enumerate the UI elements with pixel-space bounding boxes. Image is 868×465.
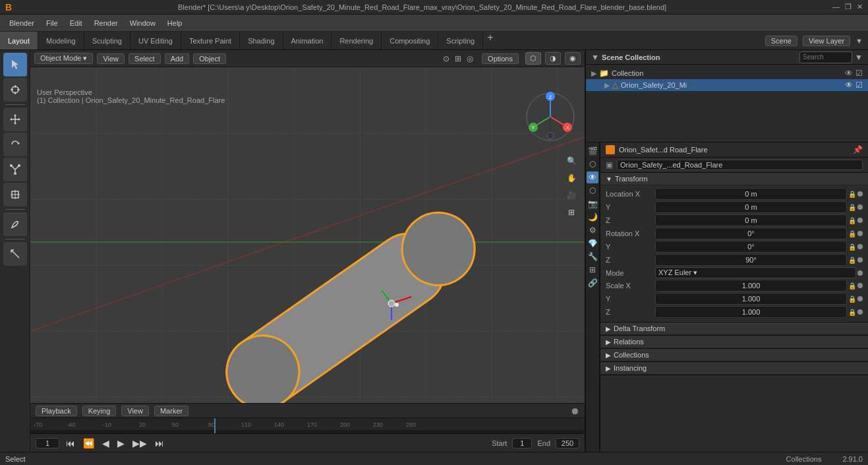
scale-x-lock[interactable]: 🔒	[848, 282, 856, 290]
location-x-lock[interactable]: 🔒	[848, 191, 856, 198]
rotation-z-lock[interactable]: 🔒	[848, 257, 856, 264]
playback-menu[interactable]: Playback	[36, 406, 77, 416]
scene-selector[interactable]: Scene	[765, 36, 797, 46]
tab-add[interactable]: +	[483, 32, 497, 49]
scale-y-lock[interactable]: 🔒	[848, 295, 856, 303]
tool-transform[interactable]	[3, 183, 27, 206]
filter-icon[interactable]: ▼	[591, 53, 599, 62]
minimize-button[interactable]: —	[832, 3, 840, 11]
prop-icon-world[interactable]: 🌙	[587, 211, 598, 223]
tool-select[interactable]	[3, 53, 27, 77]
shading-material[interactable]: ◑	[545, 52, 561, 65]
navigation-gizmo[interactable]: Z X Y	[524, 90, 577, 144]
tool-cursor[interactable]	[3, 78, 27, 102]
viewport-3d[interactable]: User Perspective (1) Collection | Orion_…	[30, 67, 585, 403]
add-menu[interactable]: Add	[165, 53, 190, 64]
scale-z-value[interactable]: 1.000	[655, 306, 847, 318]
delta-transform-header[interactable]: ▶ Delta Transform	[600, 323, 868, 335]
location-x-value[interactable]: 0 m	[655, 188, 847, 200]
select-menu[interactable]: Select	[129, 53, 161, 64]
prop-icon-particles[interactable]: ⊞	[587, 264, 598, 276]
close-button[interactable]: ✕	[857, 3, 863, 11]
orthographic-icon[interactable]: ⊞	[564, 204, 579, 220]
prop-icon-obj[interactable]: ⚙	[587, 224, 598, 236]
location-z-value[interactable]: 0 m	[655, 214, 847, 226]
instancing-header[interactable]: ▶ Instancing	[600, 362, 868, 375]
maximize-button[interactable]: ❐	[845, 3, 852, 11]
prop-icon-scene2[interactable]: 📷	[587, 198, 598, 210]
location-y-lock[interactable]: 🔒	[848, 204, 856, 211]
jump-start-button[interactable]: ⏮	[65, 438, 76, 449]
tool-scale[interactable]	[3, 158, 27, 181]
scene-collection-item[interactable]: ▶ 📁 Collection 👁 ☑	[586, 67, 868, 79]
menu-item-blender[interactable]: Blender	[4, 18, 40, 28]
view-menu[interactable]: View	[97, 53, 125, 64]
marker-menu[interactable]: Marker	[154, 406, 188, 416]
proportional-icon[interactable]: ◎	[465, 54, 475, 63]
tab-shading[interactable]: Shading	[240, 32, 283, 49]
shading-rendered[interactable]: ◉	[565, 52, 581, 65]
timeline-body[interactable]: -70 -40 -10 20 50 80 110 140 170 200 230…	[30, 418, 585, 433]
scale-z-lock[interactable]: 🔒	[848, 309, 856, 316]
prop-icon-scene[interactable]: 🎬	[587, 145, 598, 157]
menu-item-render[interactable]: Render	[89, 18, 123, 28]
pan-icon[interactable]: ✋	[564, 170, 579, 186]
record-button[interactable]: ⏺	[570, 406, 579, 416]
pin-icon[interactable]: 📌	[853, 145, 863, 154]
frame-current-display[interactable]: 1	[36, 438, 59, 449]
tab-rendering[interactable]: Rendering	[332, 32, 382, 49]
zoom-icon[interactable]: 🔍	[564, 153, 579, 169]
menu-item-file[interactable]: File	[41, 18, 63, 28]
tab-layout[interactable]: Layout	[0, 32, 38, 49]
prop-icon-renderlayers[interactable]: ⬡	[587, 158, 598, 170]
tool-rotate[interactable]	[3, 133, 27, 156]
transform-header[interactable]: ▼ Transform	[600, 173, 868, 185]
collection-hide-toggle[interactable]: 👁	[845, 69, 853, 78]
view-layer-selector[interactable]: View Layer	[803, 36, 850, 46]
menu-item-help[interactable]: Help	[162, 18, 188, 28]
filter-icon[interactable]: ▼	[855, 37, 863, 45]
view-menu-tl[interactable]: View	[121, 406, 149, 416]
collection-filter-toggle[interactable]: ☑	[855, 69, 863, 78]
tab-modeling[interactable]: Modeling	[38, 32, 84, 49]
collections-header[interactable]: ▶ Collections	[600, 349, 868, 361]
prop-icon-constraints[interactable]: 💎	[587, 237, 598, 249]
menu-item-edit[interactable]: Edit	[65, 18, 88, 28]
outliner-search-input[interactable]	[799, 51, 852, 63]
rotation-x-value[interactable]: 0°	[655, 228, 847, 239]
scale-y-value[interactable]: 1.000	[655, 293, 847, 305]
menu-item-window[interactable]: Window	[125, 18, 161, 28]
tab-texture-paint[interactable]: Texture Paint	[181, 32, 240, 49]
relations-header[interactable]: ▶ Relations	[600, 336, 868, 348]
location-z-lock[interactable]: 🔒	[848, 217, 856, 224]
object-menu[interactable]: Object	[193, 53, 226, 64]
rotation-y-lock[interactable]: 🔒	[848, 243, 856, 251]
jump-end-button[interactable]: ⏭	[154, 438, 165, 449]
camera-icon[interactable]: 🎥	[564, 187, 579, 203]
prev-frame-button[interactable]: ⏪	[82, 438, 96, 449]
snap-icon[interactable]: ⊞	[453, 54, 463, 63]
start-frame-input[interactable]: 1	[512, 438, 532, 449]
object-render-toggle[interactable]: ☑	[855, 80, 863, 90]
prop-icon-physics[interactable]: 🔗	[587, 277, 598, 289]
tool-annotate[interactable]	[3, 212, 27, 236]
options-button[interactable]: Options	[482, 53, 519, 64]
rotation-y-value[interactable]: 0°	[655, 241, 847, 253]
mode-selector[interactable]: Object Mode ▾	[34, 53, 93, 64]
keying-menu[interactable]: Keying	[82, 406, 117, 416]
rotation-x-lock[interactable]: 🔒	[848, 230, 856, 237]
play-button[interactable]: ▶	[116, 438, 126, 449]
prop-falloff-icon[interactable]: ⊙	[441, 54, 451, 63]
prop-icon-view[interactable]: 👁	[587, 171, 598, 183]
tab-scripting[interactable]: Scripting	[438, 32, 483, 49]
end-frame-input[interactable]: 250	[556, 438, 579, 449]
location-y-value[interactable]: 0 m	[655, 201, 847, 213]
tab-compositing[interactable]: Compositing	[382, 32, 438, 49]
prop-icon-vd[interactable]: ⬡	[587, 185, 598, 197]
next-keyframe-button[interactable]: ▶▶	[131, 438, 148, 449]
shading-solid[interactable]: ⬡	[525, 52, 541, 65]
tool-measure[interactable]	[3, 242, 27, 266]
tool-move[interactable]	[3, 108, 27, 131]
rotation-mode-dropdown[interactable]: XYZ Euler ▾	[655, 267, 856, 278]
rotation-z-value[interactable]: 90°	[655, 254, 847, 266]
